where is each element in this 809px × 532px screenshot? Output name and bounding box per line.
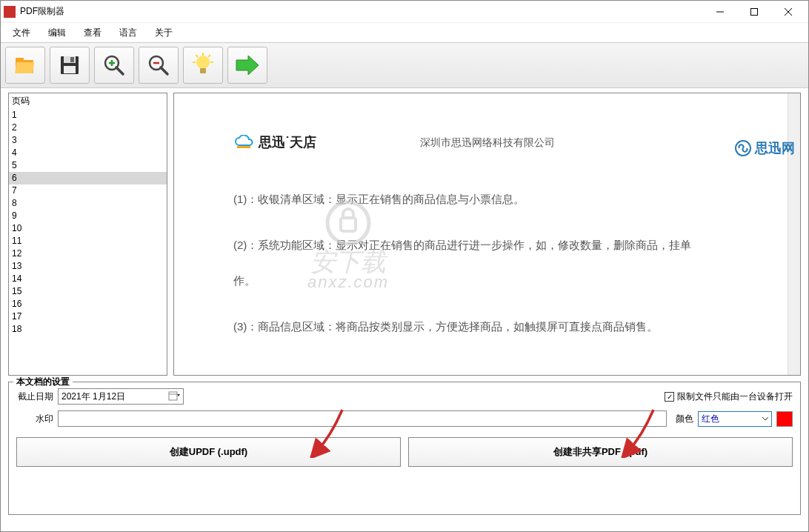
create-buttons-row: 创建UPDF (.updf) 创建非共享PDF (.pdf) xyxy=(16,437,793,467)
restrict-device-label: 限制文件只能由一台设备打开 xyxy=(677,390,793,403)
svg-rect-10 xyxy=(64,66,76,73)
run-arrow-icon xyxy=(233,53,262,78)
color-select[interactable]: 红色 xyxy=(698,411,772,427)
menu-view[interactable]: 查看 xyxy=(75,24,110,42)
minimize-button[interactable] xyxy=(703,1,737,23)
window-title: PDF限制器 xyxy=(20,5,703,18)
doc-line-3: (3)：商品信息区域：将商品按类别显示，方便选择商品，如触摸屏可直接点商品销售。 xyxy=(233,311,773,342)
svg-point-18 xyxy=(196,56,210,69)
svg-line-12 xyxy=(116,67,123,74)
page-item[interactable]: 18 xyxy=(9,323,167,336)
settings-title: 本文档的设置 xyxy=(13,376,73,388)
open-button[interactable] xyxy=(5,47,45,84)
doc-line-2: (2)：系统功能区域：显示对正在销售的商品进行进一步操作，如，修改数量，删除商品… xyxy=(233,230,773,261)
vertical-scrollbar[interactable] xyxy=(788,93,800,375)
right-brand: 思迅网 xyxy=(734,136,795,160)
page-item[interactable]: 2 xyxy=(9,122,167,134)
page-item[interactable]: 11 xyxy=(9,235,167,247)
svg-line-16 xyxy=(161,67,167,74)
page-item[interactable]: 6 xyxy=(9,172,167,184)
expiry-value: 2021年 1月12日 xyxy=(61,390,125,403)
color-swatch[interactable] xyxy=(776,411,793,427)
window-controls xyxy=(703,1,805,23)
page-item[interactable]: 3 xyxy=(9,134,167,147)
menubar: 文件 编辑 查看 语言 关于 xyxy=(1,23,808,42)
color-value: 红色 xyxy=(702,413,719,425)
svg-rect-22 xyxy=(237,146,250,148)
svg-rect-5 xyxy=(16,58,24,62)
svg-rect-6 xyxy=(15,62,34,73)
doc-header: 思迅˙天店 深圳市思迅网络科技有限公司 xyxy=(233,130,773,154)
svg-rect-1 xyxy=(751,8,758,15)
svg-rect-24 xyxy=(169,392,177,400)
page-list[interactable]: 123456789101112131415161718 xyxy=(9,109,167,375)
menu-about[interactable]: 关于 xyxy=(146,24,182,42)
doc-logo: 思迅˙天店 xyxy=(233,130,316,154)
page-item[interactable]: 5 xyxy=(9,159,167,172)
app-icon xyxy=(4,6,16,18)
zoom-in-icon xyxy=(101,53,127,78)
chevron-down-icon xyxy=(762,416,768,422)
toolbar xyxy=(1,42,808,88)
document-content: 安下载 anxz.com 思迅˙天店 深圳市思迅网络科技有限公司 思迅网 (1)… xyxy=(174,93,788,375)
watermark-row: 水印 颜色 红色 xyxy=(16,410,793,427)
page-item[interactable]: 9 xyxy=(9,210,167,222)
color-label: 颜色 xyxy=(676,413,693,425)
expiry-row: 截止日期 2021年 1月12日 ✓ 限制文件只能由一台设备打开 xyxy=(16,388,793,405)
svg-rect-9 xyxy=(70,57,74,62)
save-button[interactable] xyxy=(50,47,90,84)
lightbulb-icon xyxy=(190,53,216,78)
page-item[interactable]: 15 xyxy=(9,285,167,298)
watermark-label: 水印 xyxy=(16,413,53,425)
page-item[interactable]: 12 xyxy=(9,247,167,260)
page-item[interactable]: 13 xyxy=(9,260,167,273)
calendar-dropdown-icon xyxy=(168,391,180,402)
create-updf-button[interactable]: 创建UPDF (.updf) xyxy=(16,437,401,467)
maximize-button[interactable] xyxy=(737,1,771,23)
doc-company: 深圳市思迅网络科技有限公司 xyxy=(420,133,555,152)
svg-rect-21 xyxy=(341,218,356,231)
zoom-out-icon xyxy=(146,53,171,78)
menu-language[interactable]: 语言 xyxy=(110,24,146,42)
main-area: 页码 123456789101112131415161718 安下载 anxz.… xyxy=(1,88,808,376)
page-item[interactable]: 7 xyxy=(9,184,167,197)
page-item[interactable]: 14 xyxy=(9,273,167,285)
expiry-date-input[interactable]: 2021年 1月12日 xyxy=(58,388,184,405)
sidebar-header: 页码 xyxy=(9,93,167,109)
doc-line-1: (1)：收银清单区域：显示正在销售的商品信息与小票信息。 xyxy=(233,184,773,215)
cloud-icon xyxy=(233,135,254,150)
page-item[interactable]: 17 xyxy=(9,310,167,323)
close-button[interactable] xyxy=(771,1,805,23)
infinity-icon xyxy=(734,139,752,157)
page-item[interactable]: 16 xyxy=(9,298,167,310)
create-pdf-button[interactable]: 创建非共享PDF (.pdf) xyxy=(408,437,793,467)
hint-button[interactable] xyxy=(183,47,223,84)
zoom-in-button[interactable] xyxy=(94,47,134,84)
titlebar: PDF限制器 xyxy=(1,1,808,23)
restrict-device-checkbox[interactable]: ✓ 限制文件只能由一台设备打开 xyxy=(665,390,793,403)
run-button[interactable] xyxy=(227,47,267,84)
preview-pane: 安下载 anxz.com 思迅˙天店 深圳市思迅网络科技有限公司 思迅网 (1)… xyxy=(173,93,801,376)
page-item[interactable]: 4 xyxy=(9,147,167,159)
expiry-label: 截止日期 xyxy=(16,390,53,403)
open-folder-icon xyxy=(13,53,38,78)
settings-panel: 本文档的设置 截止日期 2021年 1月12日 ✓ 限制文件只能由一台设备打开 … xyxy=(8,382,801,515)
page-item[interactable]: 1 xyxy=(9,109,167,122)
menu-file[interactable]: 文件 xyxy=(4,24,39,42)
svg-rect-19 xyxy=(200,68,206,73)
page-sidebar: 页码 123456789101112131415161718 xyxy=(8,93,167,376)
page-item[interactable]: 10 xyxy=(9,222,167,235)
menu-edit[interactable]: 编辑 xyxy=(39,24,75,42)
watermark-input[interactable] xyxy=(58,410,667,427)
page-item[interactable]: 8 xyxy=(9,197,167,210)
doc-line-2b: 作。 xyxy=(233,265,773,296)
zoom-out-button[interactable] xyxy=(139,47,179,84)
save-icon xyxy=(57,53,82,78)
checkbox-icon: ✓ xyxy=(665,392,674,402)
